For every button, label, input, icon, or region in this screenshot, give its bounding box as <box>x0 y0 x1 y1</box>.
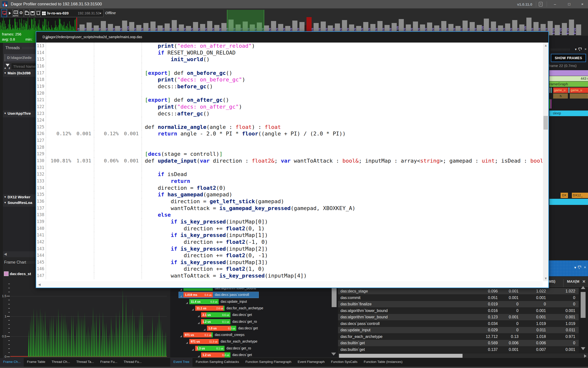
timeline-bar-game2[interactable]: game_u <box>570 88 588 93</box>
code-line[interactable]: 122 print("decs: on_after_gc") <box>36 103 543 110</box>
code-vscrollbar[interactable]: ▲ ▼ <box>543 43 548 281</box>
sidebar-item-thread[interactable]: ▼SoundResLoa <box>4 201 32 205</box>
table-row[interactable]: das:algorithm`lower_bound0.01600.0010.00… <box>338 308 579 314</box>
code-line[interactable]: 146 direction += float2(1, 0) <box>36 266 543 272</box>
code-line[interactable]: 121[export] def on_after_gc() <box>36 97 543 103</box>
hscroll-thumb[interactable] <box>339 354 463 358</box>
tab-thread-ta[interactable]: Thread Ta... <box>73 358 97 367</box>
minimize-button[interactable]: – <box>551 1 559 7</box>
col-header-max[interactable]: MAX(M <box>567 279 579 283</box>
tab-frame-fu[interactable]: Frame Fu... <box>97 358 121 367</box>
expand-icon[interactable] <box>204 329 205 331</box>
expand-icon[interactable]: ▼ <box>4 196 6 198</box>
tab-event-tree[interactable]: Event Tree <box>170 358 192 367</box>
event-bar[interactable]: 1.019 ms0.4 us <box>183 292 213 297</box>
table-row[interactable]: das:builtin`finalize0.019000 <box>338 301 579 307</box>
expand-icon[interactable] <box>198 315 200 317</box>
code-line[interactable]: 119 decs::before_gc() <box>36 83 543 90</box>
thread-track-main[interactable] <box>3 77 36 111</box>
table-row[interactable]: das:builtin`get0.1370.0010.0070.001 <box>338 346 579 353</box>
tab-event-flamegraph[interactable]: Event Flamegraph <box>294 358 328 367</box>
vscroll-thumb[interactable] <box>543 116 548 130</box>
scroll-up-icon[interactable] <box>581 286 585 289</box>
event-row[interactable]: 971 us0.1 usdas:controll_creeps <box>170 332 338 338</box>
tab-function-sampling-flamegraph[interactable]: Function Sampling Flamegraph <box>242 358 294 367</box>
code-line[interactable]: 123 decs::after_gc() <box>36 110 543 117</box>
code-line[interactable]: 116 <box>36 63 543 70</box>
code-line[interactable]: 136 direction = get_left_stick(gamepad) <box>36 198 543 205</box>
timeline-bar-dx[interactable]: DX <box>561 193 568 198</box>
clear-filter-icon[interactable]: ✕ <box>582 279 586 284</box>
code-line[interactable]: 140 direction += float2(0, 1) <box>36 225 543 232</box>
tab-function-syscalls[interactable]: Function SysCalls <box>328 358 361 367</box>
scroll-down-icon[interactable] <box>581 347 585 350</box>
event-bar[interactable]: 1.2 us0.4 us <box>201 352 230 357</box>
expand-icon[interactable] <box>186 302 188 304</box>
close-icon[interactable]: × <box>584 265 586 269</box>
timeline-bar-cyan[interactable] <box>549 199 588 205</box>
timeline-bar-game1[interactable]: game_u <box>553 88 568 93</box>
profile-path[interactable]: D:\dagor2\ede <box>4 54 39 61</box>
timeline-bar-h2[interactable] <box>570 93 588 99</box>
tab-thread-ch[interactable]: Thread Ch... <box>48 358 73 367</box>
table-vscrollbar[interactable] <box>580 286 586 353</box>
tab-frame-ch[interactable]: Frame Ch... <box>0 358 24 367</box>
table-row[interactable]: das:builtin`get0.5690.0060.0060 <box>338 340 579 346</box>
expand-icon[interactable] <box>198 322 200 324</box>
event-row[interactable]: 11.4 us0.3 usdas:update_input <box>170 299 338 305</box>
code-line[interactable]: 137 wantToAttack = is_gamepad_key_presse… <box>36 205 543 212</box>
expand-icon[interactable]: ▼ <box>4 201 6 204</box>
disconnect-button[interactable]: × <box>1 9 7 17</box>
pin-icon[interactable] <box>578 48 582 50</box>
code-line[interactable]: 120 <box>36 90 543 97</box>
notes-icon[interactable]: ≡ <box>539 2 543 6</box>
vscroll-thumb[interactable] <box>581 292 586 318</box>
event-row[interactable]: 1.2 us0.1 usdas:decs`get_ro <box>170 319 338 325</box>
machine-selector[interactable]: lv-ro-ws-020 192.168.31.53 ▼ <box>40 9 103 17</box>
event-bar[interactable]: 971 us11.3 us <box>189 339 219 344</box>
code-line[interactable]: 114 if RESET_WORLD_ON_RELOAD <box>36 49 543 56</box>
frame-bar[interactable]: 9 us <box>576 24 581 35</box>
code-line[interactable]: 115 init_world() <box>36 56 543 63</box>
show-frames-button[interactable]: SHOW FRAMES <box>551 54 586 62</box>
code-line[interactable]: 124 <box>36 117 543 124</box>
code-line[interactable]: 117[export] def on_before_gc() <box>36 70 543 77</box>
sidebar-item-thread[interactable]: ▼UserAppThre <box>4 111 31 115</box>
code-line[interactable]: 139 if is_key_pressed(inputMap[0]) <box>36 218 543 225</box>
code-line[interactable]: 141 if is_key_pressed(inputMap[1]) <box>36 232 543 239</box>
save-button[interactable] <box>30 9 35 17</box>
code-line[interactable]: 129[decs(stage = controll)] <box>36 151 543 157</box>
expand-icon[interactable] <box>192 309 194 311</box>
event-row[interactable]: 1.2 us0.4 usdas:decs`get <box>170 352 338 357</box>
code-line[interactable]: 128 <box>36 144 543 151</box>
delete-button[interactable] <box>35 9 41 17</box>
settings-button[interactable]: ⚙ <box>18 9 24 17</box>
code-line[interactable]: 142 direction += float2(-1, 0) <box>36 239 543 245</box>
code-line[interactable]: 125def normalize_angle(angle : float) : … <box>36 124 543 131</box>
timeline-bar-h1[interactable]: h <box>553 93 568 99</box>
code-line[interactable]: 143 if is_key_pressed(inputMap[2]) <box>36 245 543 252</box>
sidebar-item-thread[interactable]: ▼Main (0x2d98 <box>4 71 31 75</box>
code-window-titlebar[interactable]: D:/dagor2/eden/prog/user_scripts/moba2d_… <box>36 32 548 43</box>
chevron-down-icon[interactable]: ▼ <box>99 12 102 15</box>
code-line[interactable]: 147 wantToAttack = is_key_pressed(inputM… <box>36 272 543 279</box>
expand-icon[interactable] <box>192 349 194 351</box>
scroll-right-icon[interactable] <box>584 354 587 358</box>
chevron-down-icon[interactable]: ▼ <box>574 266 577 269</box>
open-button[interactable] <box>24 9 29 17</box>
timeline-panel-titlebar[interactable]: ▼ × <box>549 46 588 52</box>
close-button[interactable]: × <box>579 1 586 7</box>
event-tree-scrollbar[interactable] <box>332 288 337 307</box>
code-line[interactable]: 134 direction = float2(0) <box>36 185 543 191</box>
tab-thread-fu[interactable]: Thread Fu... <box>121 358 145 367</box>
event-row[interactable]: 1.019 ms0.4 usdas:decs`pass`controll <box>170 292 338 298</box>
event-row[interactable]: 11.1 us2.6 usdas:for_each_archetype <box>170 305 338 312</box>
event-bar[interactable]: 1.0 us0.3 us <box>207 326 236 331</box>
code-hscrollbar[interactable]: ◀ <box>36 281 543 288</box>
event-bar[interactable]: 971 us0.1 us <box>183 332 213 337</box>
event-row[interactable]: 1.3 us0.1 usdas:decs`get_ro <box>170 345 338 352</box>
table-row[interactable]: das:decs`pass`controll0.03401.0191.019 <box>338 321 579 327</box>
timeline-bar-sleep[interactable]: sleep <box>549 111 588 116</box>
code-line[interactable]: 145 if is_key_pressed(inputMap[3]) <box>36 259 543 266</box>
close-button[interactable]: × <box>43 35 51 41</box>
